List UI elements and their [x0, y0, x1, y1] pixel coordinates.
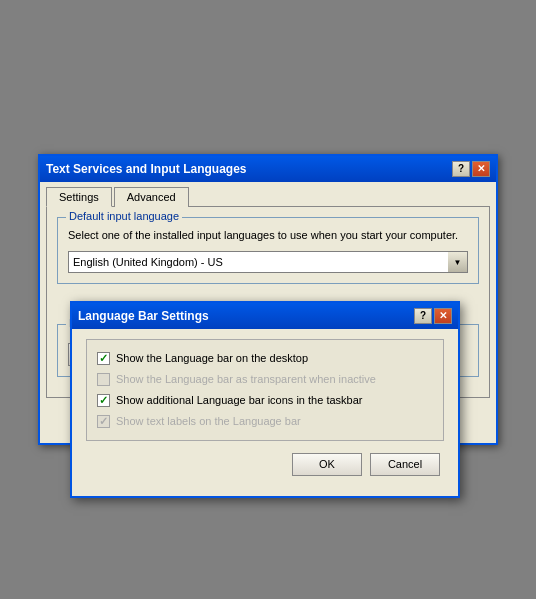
- lang-ok-button[interactable]: OK: [292, 453, 362, 476]
- tabs-bar: Settings Advanced: [40, 182, 496, 206]
- language-dropdown-wrapper[interactable]: English (United Kingdom) - US ▼: [68, 251, 468, 273]
- lang-titlebar-buttons: ? ✕: [414, 308, 452, 324]
- default-input-group-title: Default input language: [66, 210, 182, 222]
- tab-advanced[interactable]: Advanced: [114, 187, 189, 207]
- lang-bar-dialog: Language Bar Settings ? ✕ ✓ Show the Lan…: [70, 301, 460, 498]
- main-help-button[interactable]: ?: [452, 161, 470, 177]
- checkbox-transparent[interactable]: [97, 373, 110, 386]
- lang-close-button[interactable]: ✕: [434, 308, 452, 324]
- option-show-lang-bar: ✓ Show the Language bar on the desktop: [97, 352, 433, 365]
- lang-dialog-content: ✓ Show the Language bar on the desktop S…: [72, 329, 458, 496]
- lang-help-button[interactable]: ?: [414, 308, 432, 324]
- option-show-icons: ✓ Show additional Language bar icons in …: [97, 394, 433, 407]
- default-input-description: Select one of the installed input langua…: [68, 228, 468, 243]
- tab-settings[interactable]: Settings: [46, 187, 112, 207]
- language-dropdown-display: English (United Kingdom) - US: [68, 251, 468, 273]
- checkbox-show-icons[interactable]: ✓: [97, 394, 110, 407]
- titlebar-buttons: ? ✕: [452, 161, 490, 177]
- main-dialog-title: Text Services and Input Languages: [46, 162, 247, 176]
- main-dialog: Text Services and Input Languages ? ✕ Se…: [38, 154, 498, 445]
- lang-dialog-footer: OK Cancel: [86, 453, 444, 486]
- lang-options-box: ✓ Show the Language bar on the desktop S…: [86, 339, 444, 441]
- lang-dialog-title: Language Bar Settings: [78, 309, 209, 323]
- option-show-lang-bar-label: Show the Language bar on the desktop: [116, 352, 308, 364]
- lang-titlebar: Language Bar Settings ? ✕: [72, 303, 458, 329]
- checkbox-text-labels[interactable]: ✓: [97, 415, 110, 428]
- main-titlebar: Text Services and Input Languages ? ✕: [40, 156, 496, 182]
- language-dropdown-row: English (United Kingdom) - US ▼: [68, 251, 468, 273]
- checkbox-show-lang-bar[interactable]: ✓: [97, 352, 110, 365]
- default-input-group: Default input language Select one of the…: [57, 217, 479, 284]
- lang-cancel-button[interactable]: Cancel: [370, 453, 440, 476]
- option-text-labels-label: Show text labels on the Language bar: [116, 415, 301, 427]
- option-transparent: Show the Language bar as transparent whe…: [97, 373, 433, 386]
- main-close-button[interactable]: ✕: [472, 161, 490, 177]
- option-transparent-label: Show the Language bar as transparent whe…: [116, 373, 376, 385]
- option-text-labels: ✓ Show text labels on the Language bar: [97, 415, 433, 428]
- option-show-icons-label: Show additional Language bar icons in th…: [116, 394, 362, 406]
